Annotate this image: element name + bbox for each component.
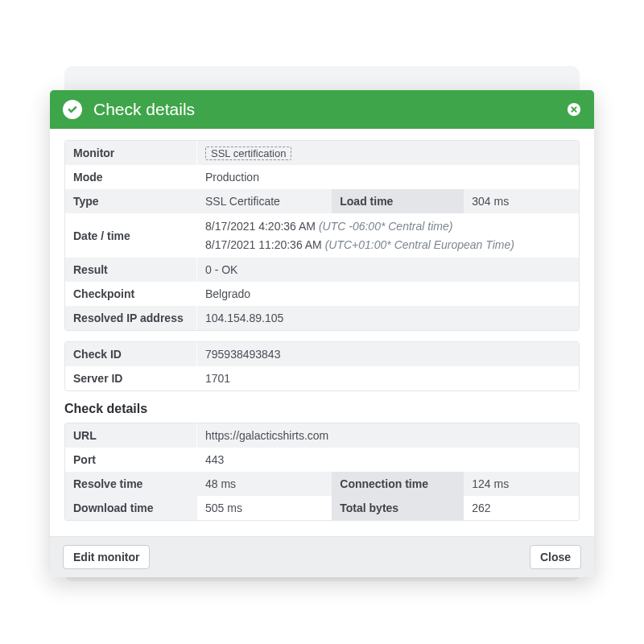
- port-value: 443: [197, 448, 579, 472]
- loadtime-value: 304 ms: [464, 189, 579, 213]
- result-value: 0 - OK: [197, 258, 579, 282]
- dltime-label: Download time: [65, 496, 197, 520]
- row-url: URL https://galacticshirts.com: [65, 423, 579, 448]
- row-checkid: Check ID 795938493843: [65, 342, 579, 366]
- details-grid: URL https://galacticshirts.com Port 443 …: [64, 423, 580, 521]
- resolvetime-label: Resolve time: [65, 472, 197, 496]
- row-checkpoint: Checkpoint Belgrado: [65, 282, 579, 306]
- ids-grid: Check ID 795938493843 Server ID 1701: [64, 341, 580, 391]
- loadtime-label: Load time: [332, 189, 464, 213]
- url-label: URL: [65, 423, 197, 448]
- type-value: SSL Certificate: [197, 189, 332, 213]
- row-result: Result 0 - OK: [65, 258, 579, 282]
- checkid-value: 795938493843: [197, 342, 579, 366]
- row-mode: Mode Production: [65, 165, 579, 189]
- result-label: Result: [65, 258, 197, 282]
- dltime-value: 505 ms: [197, 496, 332, 520]
- mode-label: Mode: [65, 165, 197, 189]
- summary-grid: Monitor SSL certification Mode Productio…: [64, 140, 580, 331]
- checkpoint-label: Checkpoint: [65, 282, 197, 306]
- resolvetime-value: 48 ms: [197, 472, 332, 496]
- serverid-label: Server ID: [65, 366, 197, 390]
- totalbytes-label: Total bytes: [332, 496, 464, 520]
- url-value: https://galacticshirts.com: [197, 423, 579, 448]
- serverid-value: 1701: [197, 366, 579, 390]
- datetime-2-tz: (UTC+01:00* Central European Time): [325, 238, 514, 251]
- check-details-dialog: Check details Monitor SSL certification …: [50, 90, 594, 577]
- row-port: Port 443: [65, 448, 579, 472]
- checkpoint-value: Belgrado: [197, 282, 579, 306]
- row-resolve-connection: Resolve time 48 ms Connection time 124 m…: [65, 472, 579, 496]
- resolvedip-label: Resolved IP address: [65, 306, 197, 330]
- dialog-title: Check details: [93, 100, 195, 119]
- conntime-label: Connection time: [332, 472, 464, 496]
- row-datetime: Date / time 8/17/2021 4:20:36 AM (UTC -0…: [65, 213, 579, 258]
- dialog-header: Check details: [50, 90, 594, 129]
- edit-monitor-button[interactable]: Edit monitor: [63, 545, 150, 569]
- checkid-label: Check ID: [65, 342, 197, 366]
- port-label: Port: [65, 448, 197, 472]
- section-title: Check details: [64, 402, 580, 416]
- close-icon[interactable]: [567, 102, 581, 117]
- resolvedip-value: 104.154.89.105: [197, 306, 579, 330]
- close-button[interactable]: Close: [530, 545, 581, 569]
- row-type-loadtime: Type SSL Certificate Load time 304 ms: [65, 189, 579, 213]
- datetime-1-value: 8/17/2021 4:20:36 AM: [205, 220, 319, 233]
- totalbytes-value: 262: [464, 496, 579, 520]
- datetime-2-value: 8/17/2021 11:20:36 AM: [205, 238, 325, 251]
- dialog-footer: Edit monitor Close: [50, 536, 594, 577]
- monitor-label: Monitor: [65, 141, 197, 165]
- datetime-1-tz: (UTC -06:00* Central time): [319, 220, 453, 233]
- row-serverid: Server ID 1701: [65, 366, 579, 390]
- conntime-value: 124 ms: [464, 472, 579, 496]
- dialog-body: Monitor SSL certification Mode Productio…: [50, 129, 594, 536]
- monitor-value[interactable]: SSL certification: [205, 147, 291, 160]
- row-resolvedip: Resolved IP address 104.154.89.105: [65, 306, 579, 330]
- row-download-bytes: Download time 505 ms Total bytes 262: [65, 496, 579, 520]
- type-label: Type: [65, 189, 197, 213]
- row-monitor: Monitor SSL certification: [65, 141, 579, 165]
- datetime-label: Date / time: [65, 213, 197, 258]
- mode-value: Production: [197, 165, 579, 189]
- checkmark-icon: [63, 100, 82, 119]
